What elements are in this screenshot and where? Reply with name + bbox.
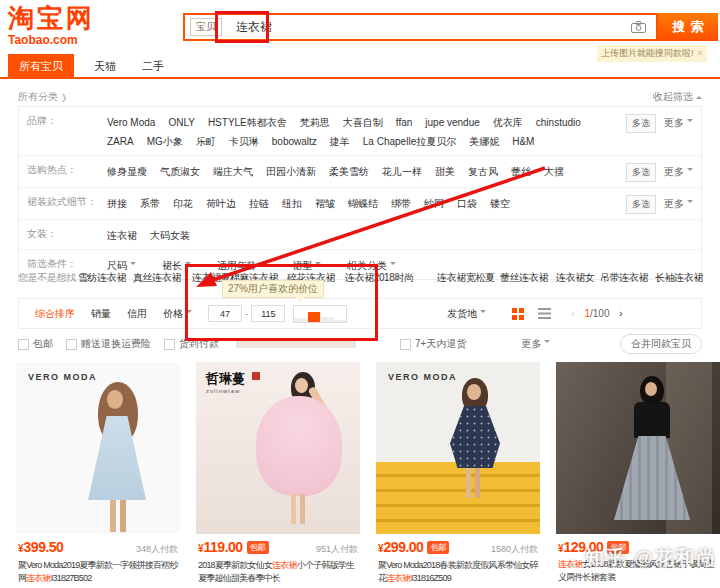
filter-item[interactable]: ZARA [107,133,134,150]
more-link[interactable]: 更多 [664,114,693,131]
filter-item[interactable]: 捷羊 [330,133,350,150]
merge-same-items-button[interactable]: 合并同款宝贝 [620,334,702,354]
price-max-input[interactable] [251,305,285,322]
product-title[interactable]: 连衣裙女2018新款夏慵懒风复古裙子极简主义两件长裙套装 [556,558,720,584]
taobao-logo[interactable]: 淘宝网 Taobao.com [8,5,95,46]
multi-select-button[interactable]: 多选 [626,195,656,214]
filter-item[interactable]: 优衣库 [493,114,523,131]
filter-item[interactable]: H&M [512,133,534,150]
filter-item[interactable]: La Chapelle拉夏贝尔 [363,133,456,150]
tab-tmall[interactable]: 天猫 [88,54,122,78]
filter-item[interactable]: 绑带 [391,195,411,212]
filter-item[interactable]: 拉链 [249,195,269,212]
grid-view-button[interactable] [512,308,524,320]
filter-item[interactable]: 美娜妮 [469,133,499,150]
suggestion-tag[interactable]: 连衣裙女 [556,271,594,285]
sort-sales[interactable]: 销量 [91,307,111,321]
filter-item[interactable]: HSTYLE韩都衣舍 [208,114,287,131]
product-image[interactable]: 哲琳蔓zvlinwiaw [196,362,360,534]
multi-select-button[interactable]: 多选 [626,163,656,182]
filter-item[interactable]: Vero Moda [107,114,155,131]
filter-item[interactable]: 乐町 [196,133,216,150]
product-title[interactable]: 聚Vero Moda2019夏季新款一字领拼接百褶纱网连衣裙I31827B502 [16,559,180,585]
filter-item[interactable]: jupe vendue [425,114,480,131]
search-bar[interactable]: 宝贝 连衣裙 [183,13,658,41]
filter-item[interactable]: 大喜自制 [343,114,383,131]
product-card[interactable]: ¥129.00包邮连衣裙女2018新款夏慵懒风复古裙子极简主义两件长裙套装 [556,362,720,584]
suggestion-tag[interactable]: 连衣裙宽松夏 [437,271,495,285]
checkbox-obscured[interactable] [232,340,400,348]
filter-item[interactable]: ffan [396,114,413,131]
multi-select-button[interactable]: 多选 [626,114,656,133]
filter-item[interactable]: 纽扣 [282,195,302,212]
filter-item[interactable]: bobowaltz [272,133,317,150]
filter-item[interactable]: 梵莉思 [300,114,330,131]
tab-secondhand[interactable]: 二手 [136,54,170,78]
suggestion-tag[interactable]: 蕾丝连衣裙 [500,271,548,285]
checkbox-cod[interactable]: 货到付款 [164,337,219,351]
filter-item[interactable]: 系带 [140,195,160,212]
search-input[interactable]: 连衣裙 [236,19,272,36]
filter-item[interactable]: 纱网 [424,195,444,212]
product-card[interactable]: VERO MODA¥399.50348人付款聚Vero Moda2019夏季新款… [16,362,180,585]
suggestion-tag[interactable]: 雪纺连衣裙 [78,271,126,285]
filter-item[interactable]: 大码女装 [150,227,190,244]
checkbox-free-shipping[interactable]: 包邮 [18,337,53,351]
filter-item[interactable]: 田园小清新 [266,163,316,180]
filter-item[interactable]: 复古风 [468,163,498,180]
product-title[interactable]: 2018夏季新款女仙女连衣裙小个子韩版学生夏季超仙甜美春季中长 [196,559,360,585]
filter-item[interactable]: 甜美 [435,163,455,180]
product-card[interactable]: VERO MODA¥299.00包邮1580人付款聚Vero Moda2018春… [376,362,540,585]
filter-item[interactable]: 蝴蝶结 [348,195,378,212]
filter-row: 选购热点：修身显瘦气质淑女端庄大气田园小清新柔美雪纺花儿一样甜美复古风蕾丝大摆多… [19,156,701,188]
ship-from-dropdown[interactable]: 发货地 [447,307,486,321]
filter-item[interactable]: 连衣裙 [107,227,137,244]
filter-item[interactable]: 修身显瘦 [107,163,147,180]
suggestion-tag[interactable]: 吊带连衣裙 [600,271,648,285]
filter-item[interactable]: 荷叶边 [206,195,236,212]
product-image[interactable]: VERO MODA [376,362,540,534]
all-categories-link[interactable]: 所有分类 ❯ [18,90,67,104]
product-image[interactable]: VERO MODA [16,362,180,534]
filter-item[interactable]: ONLY [168,114,195,131]
filter-item[interactable]: 柔美雪纺 [329,163,369,180]
suggestion-tag[interactable]: 长袖连衣裙 [655,271,703,285]
checkbox-7day-return[interactable]: 7+天内退货 [400,337,466,351]
checkbox-return-insurance[interactable]: 赠送退换运费险 [66,337,151,351]
product-title[interactable]: 聚Vero Moda2018春装新款度假风系带仙女碎花连衣裙I31816Z509 [376,559,540,585]
filter-item[interactable]: 镂空 [490,195,510,212]
filter-item[interactable]: 印花 [173,195,193,212]
product-image[interactable] [556,362,720,534]
filter-item[interactable]: MG小象 [147,133,183,150]
search-button[interactable]: 搜索 [658,13,718,41]
prev-page-button[interactable]: ‹ [571,308,574,319]
sort-credit[interactable]: 信用 [127,307,147,321]
search-category-chip[interactable]: 宝贝 [190,18,222,36]
filter-item[interactable]: 拼接 [107,195,127,212]
price-min-input[interactable] [208,305,242,322]
title-segment-highlight: 连衣裙 [272,560,297,570]
filter-item[interactable]: 大摆 [544,163,564,180]
next-page-button[interactable]: › [619,308,622,319]
filter-item[interactable]: 气质淑女 [160,163,200,180]
more-filters-link[interactable]: 更多 [521,337,550,351]
collapse-filters-link[interactable]: 收起筛选 [653,90,702,104]
filter-item[interactable]: 花儿一样 [382,163,422,180]
filter-item[interactable]: 褶皱 [315,195,335,212]
sort-price[interactable]: 价格 [163,307,192,321]
suggestion-tag[interactable]: 真丝连衣裙 [133,271,181,285]
filter-item[interactable]: chinstudio [536,114,581,131]
sort-default[interactable]: 综合排序 [35,307,75,321]
list-view-button[interactable] [538,308,551,319]
filter-item[interactable]: 端庄大气 [213,163,253,180]
filter-item[interactable]: 卡贝琳 [229,133,259,150]
price-histogram[interactable] [293,305,347,323]
more-link[interactable]: 更多 [664,195,693,212]
filter-item[interactable]: 口袋 [457,195,477,212]
tab-all-items[interactable]: 所有宝贝 [8,54,74,78]
camera-icon[interactable] [631,21,646,33]
suggestion-tag[interactable]: 连衣裙2018时尚 [345,271,414,285]
filter-item[interactable]: 蕾丝 [511,163,531,180]
product-card[interactable]: 哲琳蔓zvlinwiaw¥119.00包邮951人付款2018夏季新款女仙女连衣… [196,362,360,585]
more-link[interactable]: 更多 [664,163,693,180]
